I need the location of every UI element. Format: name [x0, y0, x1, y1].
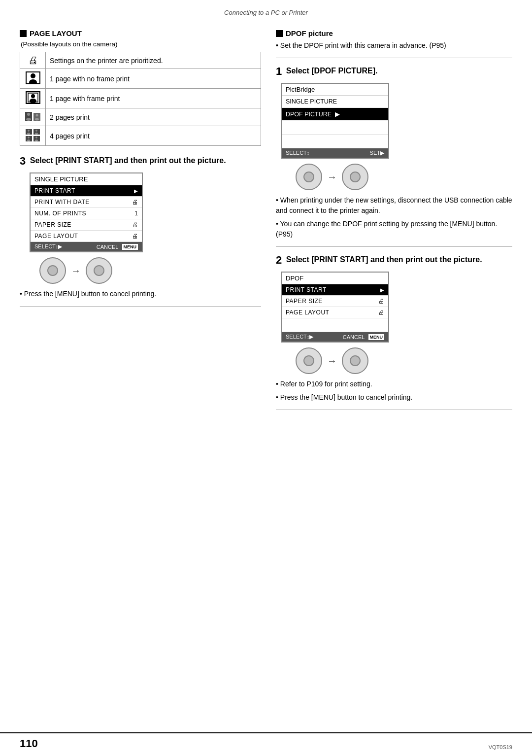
left-column: PAGE LAYOUT (Possible layouts on the cam…: [20, 29, 261, 417]
svg-point-14: [28, 130, 30, 132]
step2-screen: DPOF PRINT START ▶ PAPER SIZE 🖨 PAGE LAY…: [281, 272, 389, 343]
step2-cancel-label: CANCEL: [343, 334, 365, 340]
step2-row-label-1: PAPER SIZE: [286, 298, 323, 305]
nav-btn-inner-left: [47, 265, 58, 276]
dpof-divider-top: [276, 58, 512, 58]
step1-number: 1: [276, 65, 282, 77]
right-bullet-1: When printing under the new settings, di…: [276, 195, 512, 216]
layout-text-no-frame: 1 page with no frame print: [46, 69, 261, 89]
step3-row-val-1: 🖨: [132, 199, 138, 206]
svg-point-23: [35, 137, 37, 138]
step1-nav-buttons: →: [296, 164, 512, 190]
step3-screen: SINGLE PICTURE PRINT START ▶ PRINT WITH …: [30, 172, 143, 252]
layout-icon-4pages: [20, 126, 46, 146]
step2-empty-row: [282, 318, 388, 332]
table-row: 1 page with frame print: [20, 89, 261, 108]
step2-row-label-0: PRINT START: [286, 286, 327, 293]
step3-bottom-left: SELECT↕▶: [34, 243, 62, 250]
right-bullet-4: Press the [MENU] button to cancel printi…: [276, 392, 512, 403]
nav-btn-left: [39, 257, 66, 284]
step2-nav-buttons: →: [296, 347, 512, 374]
pictbridge-row-dpof: DPOF PICTURE ▶: [282, 108, 388, 121]
step1-label: Select [DPOF PICTURE].: [286, 67, 378, 75]
right-bullet-3-text: Refer to P109 for print setting.: [280, 380, 372, 388]
step3-row-arrow-0: ▶: [134, 188, 138, 194]
step3-row-page-layout: PAGE LAYOUT 🖨: [31, 231, 142, 242]
step2-bottom-left: SELECT↕▶: [286, 334, 313, 340]
step3-screen-bottom: SELECT↕▶ CANCEL MENU: [31, 242, 142, 251]
pictbridge-title: PictBridge: [282, 84, 388, 96]
step3-cancel-label: CANCEL: [97, 244, 119, 250]
step3-row-val-2: 1: [134, 210, 138, 217]
right-bullet-4-text: Press the [MENU] button to cancel printi…: [280, 393, 412, 401]
left-divider: [20, 306, 261, 307]
step3-bullet-text: Press the [MENU] button to cancel printi…: [24, 290, 156, 298]
page-footer: 110 VQT0S19: [0, 732, 532, 756]
step2-screen-title-text: DPOF: [286, 275, 303, 282]
right-bullet-2: You can change the DPOF print setting by…: [276, 219, 512, 240]
table-row: 1 page with no frame print: [20, 69, 261, 89]
step3-row-label-4: PAGE LAYOUT: [34, 233, 78, 240]
step1-screen: PictBridge SINGLE PICTURE DPOF PICTURE ▶…: [281, 83, 389, 159]
step3-row-label-2: NUM. OF PRINTS: [34, 210, 86, 217]
right-divider-bottom: [276, 410, 512, 410]
nav-btn-inner-right-s2: [350, 355, 361, 366]
page-content: PAGE LAYOUT (Possible layouts on the cam…: [0, 20, 532, 437]
step3-row-label-3: PAPER SIZE: [34, 221, 71, 228]
step3-row-num-prints: NUM. OF PRINTS 1: [31, 208, 142, 219]
nav-arrow-s1: →: [327, 172, 337, 183]
model-number: VQT0S19: [489, 744, 512, 750]
nav-btn-inner-right: [94, 265, 104, 276]
step2-row-val-1: 🖨: [378, 298, 384, 305]
layout-icon-frame: [20, 89, 46, 108]
step2-row-paper: PAPER SIZE 🖨: [282, 296, 388, 307]
dpof-section-title-box: DPOF picture: [276, 29, 512, 37]
step3-row-print-date: PRINT WITH DATE 🖨: [31, 197, 142, 208]
step3-row-label-0: PRINT START: [34, 187, 75, 194]
nav-btn-left-s2: [296, 347, 322, 374]
step3-bottom-right: CANCEL MENU: [97, 244, 138, 250]
page-number: 110: [20, 737, 38, 750]
layout-text-4pages: 4 pages print: [46, 126, 261, 146]
two-pages-icon: [25, 111, 41, 122]
layout-table: 🖨 Settings on the printer are prioritize…: [20, 52, 261, 146]
step2-row-layout: PAGE LAYOUT 🖨: [282, 307, 388, 318]
nav-btn-inner-left-s2: [303, 355, 314, 366]
pictbridge-empty-2: [282, 135, 388, 148]
page-layout-section-title: PAGE LAYOUT: [20, 29, 261, 37]
nav-btn-inner-right-s1: [350, 172, 361, 182]
step2-screen-bottom: SELECT↕▶ CANCEL MENU: [282, 332, 388, 342]
pictbridge-bottom-bar: SELECT↕ SET▶: [282, 148, 388, 158]
step2-row-val-2: 🖨: [378, 309, 384, 316]
printer-icon: 🖨: [28, 55, 38, 66]
nav-arrow-s2: →: [327, 355, 337, 367]
step3-row-paper-size: PAPER SIZE 🖨: [31, 219, 142, 231]
right-divider-mid: [276, 246, 512, 247]
svg-point-1: [31, 73, 35, 78]
step3-header: 3 Select [PRINT START] and then print ou…: [20, 155, 261, 168]
table-row: 2 pages print: [20, 108, 261, 126]
pictbridge-row-single: SINGLE PICTURE: [282, 96, 388, 108]
svg-point-15: [27, 133, 30, 135]
nav-btn-inner-left-s1: [303, 172, 314, 182]
nav-btn-right-s2: [342, 347, 368, 374]
pictbridge-empty-1: [282, 121, 388, 135]
right-bullet-3: Refer to P109 for print setting.: [276, 379, 512, 389]
four-pages-icon: [25, 129, 41, 141]
dpof-bullet: Set the DPOF print with this camera in a…: [276, 40, 512, 51]
step2-row-print-start: PRINT START ▶: [282, 284, 388, 296]
step3-screen-title: SINGLE PICTURE: [31, 173, 142, 185]
layout-icon-printer: 🖨: [20, 52, 46, 69]
step3-row-val-4: 🖨: [132, 233, 138, 240]
person-no-frame-icon: [26, 71, 40, 84]
svg-point-20: [28, 137, 30, 138]
black-square-icon: [20, 30, 27, 37]
svg-point-9: [26, 118, 31, 121]
step2-bottom-right: CANCEL MENU: [343, 334, 384, 340]
svg-point-18: [35, 133, 38, 135]
page-layout-title: PAGE LAYOUT: [30, 29, 82, 37]
person-frame-icon: [26, 91, 40, 104]
layout-icon-no-frame: [20, 69, 46, 89]
step3-row-print-start: PRINT START ▶: [31, 185, 142, 197]
svg-point-17: [35, 130, 37, 132]
